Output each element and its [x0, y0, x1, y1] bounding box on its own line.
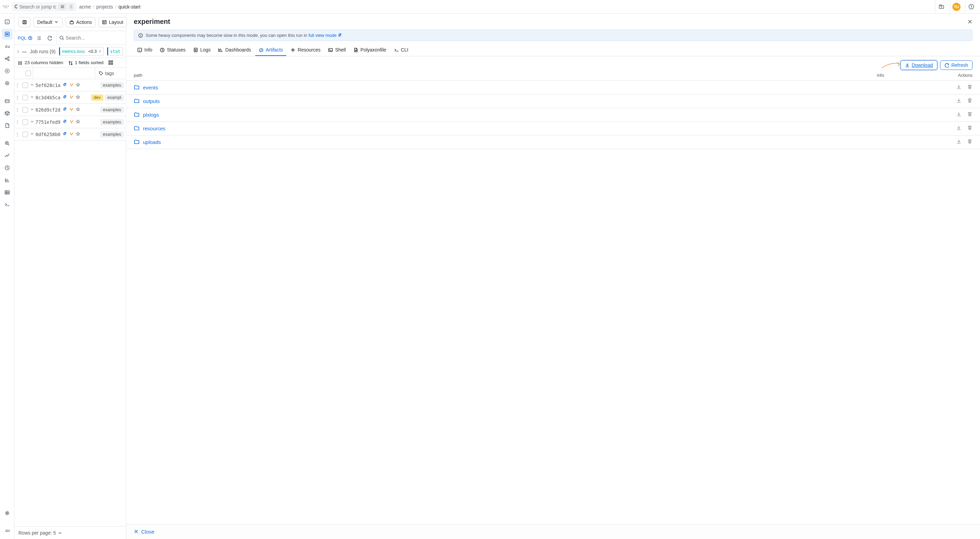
download-button[interactable]: Download: [900, 60, 937, 70]
open-run-icon[interactable]: [63, 95, 67, 100]
tab-dashboards[interactable]: Dashboards: [215, 45, 255, 56]
remove-pill-icon[interactable]: ×: [99, 49, 101, 54]
breadcrumb-section[interactable]: projects: [96, 4, 113, 10]
columns-hidden[interactable]: 23 columns hidden: [18, 60, 63, 65]
row-menu[interactable]: ⋮: [14, 83, 21, 88]
nav-trend[interactable]: [2, 150, 13, 161]
row-menu[interactable]: ⋮: [14, 132, 21, 137]
run-hash[interactable]: 7751efed9: [35, 119, 63, 125]
row-checkbox[interactable]: [22, 95, 28, 100]
expand-row[interactable]: [30, 107, 35, 112]
tab-artifacts[interactable]: Artifacts: [255, 45, 286, 56]
breadcrumb-current[interactable]: quick-start: [118, 4, 141, 10]
save-view-button[interactable]: [18, 17, 31, 27]
star-icon[interactable]: [76, 83, 80, 88]
grid-toggle[interactable]: [108, 60, 113, 65]
table-row[interactable]: ⋮ 7751efed9 examples: [14, 116, 126, 128]
nav-settings[interactable]: [2, 507, 13, 518]
row-checkbox[interactable]: [22, 132, 28, 137]
compare-icon[interactable]: [69, 119, 74, 125]
star-icon[interactable]: [76, 95, 80, 100]
runs-search-input[interactable]: [66, 35, 123, 41]
tab-logs[interactable]: Logs: [190, 45, 214, 56]
pql-toggle[interactable]: PQL: [18, 35, 32, 41]
nav-runs[interactable]: [2, 29, 13, 40]
help-button[interactable]: [965, 1, 977, 13]
artifact-folder[interactable]: outputs: [134, 98, 956, 104]
tab-shell[interactable]: Shell: [325, 45, 349, 56]
nav-card[interactable]: [2, 95, 13, 107]
layout-button[interactable]: Layout: [98, 17, 127, 27]
global-search[interactable]: ⌘ /: [11, 2, 76, 11]
nav-package[interactable]: [2, 108, 13, 119]
artifact-folder[interactable]: resources: [134, 126, 956, 131]
row-menu[interactable]: ⋮: [14, 119, 21, 125]
download-artifact[interactable]: [956, 139, 962, 145]
artifact-folder[interactable]: uploads: [134, 139, 956, 145]
delete-artifact[interactable]: [967, 139, 972, 145]
download-artifact[interactable]: [956, 84, 962, 91]
run-hash[interactable]: 0df6258b0: [35, 132, 63, 137]
full-view-link[interactable]: full view mode: [309, 33, 342, 38]
row-checkbox[interactable]: [22, 107, 28, 113]
run-hash[interactable]: 626d9cf2d: [35, 107, 63, 113]
rows-per-page[interactable]: Rows per page: 5: [18, 530, 56, 536]
fields-sorted[interactable]: 1 fields sorted: [68, 60, 103, 65]
expand-row[interactable]: [30, 132, 35, 137]
filter-pill-metrics[interactable]: metrics.loss: <0.3×: [59, 47, 104, 56]
nav-file[interactable]: [2, 120, 13, 131]
nav-expand[interactable]: [2, 525, 13, 536]
tab-info[interactable]: Info: [134, 45, 156, 56]
breadcrumb-org[interactable]: acme: [79, 4, 91, 10]
view-select[interactable]: Default: [33, 17, 63, 27]
expand-row[interactable]: [30, 119, 35, 124]
refresh-button[interactable]: Refresh: [940, 60, 972, 70]
run-hash[interactable]: 5ef628c1a: [35, 83, 63, 88]
table-row[interactable]: ⋮ 626d9cf2d examples: [14, 104, 126, 116]
runs-search[interactable]: [56, 33, 123, 43]
tab-cli[interactable]: CLI: [390, 45, 412, 56]
compare-icon[interactable]: [69, 95, 74, 100]
expand-row[interactable]: [30, 83, 35, 87]
nav-graph[interactable]: [2, 65, 13, 76]
tab-polyaxonfile[interactable]: Polyaxonfile: [350, 45, 390, 56]
delete-artifact[interactable]: [967, 111, 972, 118]
open-run-icon[interactable]: [63, 107, 67, 113]
compare-icon[interactable]: [69, 83, 74, 88]
star-icon[interactable]: [76, 107, 80, 113]
close-panel-button[interactable]: ✕: [967, 18, 972, 25]
tab-statuses[interactable]: Statuses: [156, 45, 189, 56]
star-icon[interactable]: [76, 132, 80, 137]
tab-resources[interactable]: Resources: [287, 45, 324, 56]
artifact-folder[interactable]: plxlogs: [134, 112, 956, 118]
filter-pill-status[interactable]: stat: [107, 47, 123, 56]
nav-chart[interactable]: [2, 175, 13, 186]
compare-icon[interactable]: [69, 107, 74, 113]
download-artifact[interactable]: [956, 98, 962, 104]
artifact-folder[interactable]: events: [134, 84, 956, 91]
tag[interactable]: exampl: [105, 94, 124, 101]
delete-artifact[interactable]: [967, 98, 972, 104]
open-run-icon[interactable]: [63, 132, 67, 137]
tag[interactable]: examples: [100, 107, 124, 113]
close-button[interactable]: Close: [134, 529, 154, 534]
nav-metrics[interactable]: [2, 41, 13, 52]
actions-button[interactable]: Actions: [65, 17, 95, 27]
nav-info[interactable]: [2, 16, 13, 27]
table-row[interactable]: ⋮ 5ef628c1a examples: [14, 79, 126, 91]
refresh-runs[interactable]: [45, 33, 54, 42]
expand-row[interactable]: [30, 95, 35, 100]
tag[interactable]: examples: [100, 119, 124, 125]
row-menu[interactable]: ⋮: [14, 95, 21, 100]
tag[interactable]: examples: [100, 82, 124, 88]
global-search-input[interactable]: [19, 4, 56, 10]
run-hash[interactable]: 8c3d4b5ca: [35, 95, 63, 100]
compare-icon[interactable]: [69, 132, 74, 137]
table-row[interactable]: ⋮ 8c3d4b5ca devexampl: [14, 91, 126, 104]
new-folder-button[interactable]: [935, 1, 947, 13]
tag[interactable]: examples: [100, 131, 124, 137]
list-view-toggle[interactable]: [35, 33, 43, 42]
download-artifact[interactable]: [956, 111, 962, 118]
tag[interactable]: dev: [91, 94, 103, 101]
delete-artifact[interactable]: [967, 125, 972, 132]
